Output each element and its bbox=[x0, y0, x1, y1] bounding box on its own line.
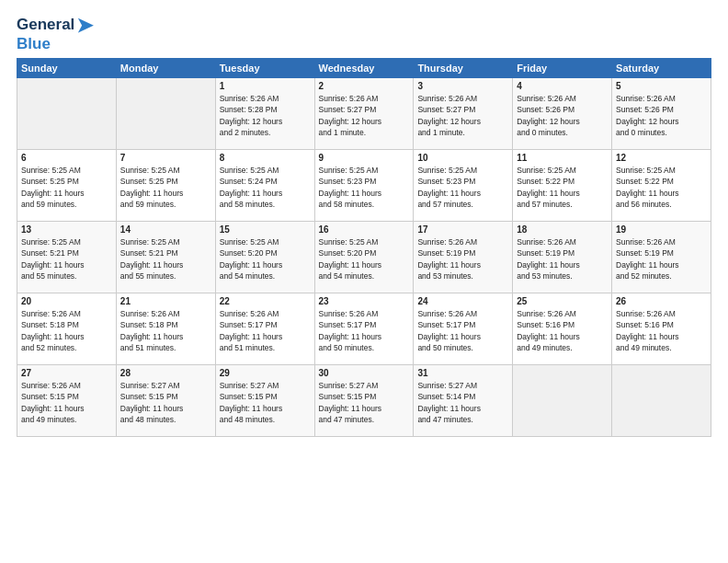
day-number: 3 bbox=[417, 81, 508, 91]
day-number: 12 bbox=[616, 153, 707, 163]
calendar-cell bbox=[17, 77, 117, 149]
day-number: 30 bbox=[319, 368, 410, 378]
day-number: 24 bbox=[417, 296, 508, 306]
calendar-cell: 20Sunrise: 5:26 AM Sunset: 5:18 PM Dayli… bbox=[17, 293, 117, 364]
day-info: Sunrise: 5:25 AM Sunset: 5:22 PM Dayligh… bbox=[616, 165, 707, 210]
calendar-cell: 11Sunrise: 5:25 AM Sunset: 5:22 PM Dayli… bbox=[513, 149, 612, 221]
day-number: 25 bbox=[517, 296, 608, 306]
calendar-week-5: 27Sunrise: 5:26 AM Sunset: 5:15 PM Dayli… bbox=[17, 364, 711, 436]
day-number: 8 bbox=[220, 153, 311, 163]
day-info: Sunrise: 5:25 AM Sunset: 5:23 PM Dayligh… bbox=[319, 165, 410, 210]
calendar-cell: 1Sunrise: 5:26 AM Sunset: 5:28 PM Daylig… bbox=[215, 77, 314, 149]
day-number: 4 bbox=[517, 81, 608, 91]
header-day-thursday: Thursday bbox=[414, 58, 513, 77]
calendar-cell: 10Sunrise: 5:25 AM Sunset: 5:23 PM Dayli… bbox=[414, 149, 513, 221]
day-number: 11 bbox=[517, 153, 608, 163]
calendar-week-2: 6Sunrise: 5:25 AM Sunset: 5:25 PM Daylig… bbox=[17, 149, 711, 221]
day-info: Sunrise: 5:26 AM Sunset: 5:19 PM Dayligh… bbox=[417, 236, 508, 282]
calendar-week-1: 1Sunrise: 5:26 AM Sunset: 5:28 PM Daylig… bbox=[17, 77, 711, 149]
header-day-friday: Friday bbox=[513, 58, 612, 77]
day-number: 2 bbox=[319, 81, 410, 91]
day-number: 7 bbox=[120, 153, 211, 163]
day-info: Sunrise: 5:26 AM Sunset: 5:28 PM Dayligh… bbox=[220, 93, 311, 138]
header-day-saturday: Saturday bbox=[612, 58, 711, 77]
day-info: Sunrise: 5:27 AM Sunset: 5:15 PM Dayligh… bbox=[319, 380, 410, 425]
calendar-cell: 26Sunrise: 5:26 AM Sunset: 5:16 PM Dayli… bbox=[612, 293, 711, 364]
logo-text: General➤ bbox=[17, 15, 93, 36]
page: General➤ Blue SundayMondayTuesdayWednesd… bbox=[0, 0, 728, 563]
calendar-cell: 8Sunrise: 5:25 AM Sunset: 5:24 PM Daylig… bbox=[215, 149, 314, 221]
day-number: 20 bbox=[21, 296, 112, 306]
calendar-cell: 17Sunrise: 5:26 AM Sunset: 5:19 PM Dayli… bbox=[414, 221, 513, 293]
logo: General➤ Blue bbox=[17, 15, 93, 52]
header: General➤ Blue bbox=[17, 15, 711, 52]
day-number: 27 bbox=[21, 368, 112, 378]
day-info: Sunrise: 5:26 AM Sunset: 5:26 PM Dayligh… bbox=[616, 93, 707, 138]
calendar-cell: 25Sunrise: 5:26 AM Sunset: 5:16 PM Dayli… bbox=[513, 293, 612, 364]
logo-blue: Blue bbox=[17, 36, 93, 52]
day-info: Sunrise: 5:26 AM Sunset: 5:17 PM Dayligh… bbox=[220, 308, 311, 353]
day-info: Sunrise: 5:26 AM Sunset: 5:16 PM Dayligh… bbox=[517, 308, 608, 353]
calendar-cell: 6Sunrise: 5:25 AM Sunset: 5:25 PM Daylig… bbox=[17, 149, 117, 221]
calendar-cell bbox=[612, 364, 711, 436]
day-info: Sunrise: 5:25 AM Sunset: 5:25 PM Dayligh… bbox=[120, 165, 211, 210]
calendar-cell bbox=[116, 77, 215, 149]
day-info: Sunrise: 5:26 AM Sunset: 5:18 PM Dayligh… bbox=[120, 308, 211, 353]
calendar-cell: 18Sunrise: 5:26 AM Sunset: 5:19 PM Dayli… bbox=[513, 221, 612, 293]
calendar-cell: 2Sunrise: 5:26 AM Sunset: 5:27 PM Daylig… bbox=[314, 77, 414, 149]
calendar-cell: 27Sunrise: 5:26 AM Sunset: 5:15 PM Dayli… bbox=[17, 364, 117, 436]
calendar-cell: 19Sunrise: 5:26 AM Sunset: 5:19 PM Dayli… bbox=[612, 221, 711, 293]
day-info: Sunrise: 5:25 AM Sunset: 5:25 PM Dayligh… bbox=[21, 165, 112, 210]
calendar-cell: 9Sunrise: 5:25 AM Sunset: 5:23 PM Daylig… bbox=[314, 149, 414, 221]
day-number: 28 bbox=[120, 368, 211, 378]
calendar-week-4: 20Sunrise: 5:26 AM Sunset: 5:18 PM Dayli… bbox=[17, 293, 711, 364]
day-number: 22 bbox=[220, 296, 311, 306]
day-info: Sunrise: 5:25 AM Sunset: 5:22 PM Dayligh… bbox=[517, 165, 608, 210]
calendar-cell: 24Sunrise: 5:26 AM Sunset: 5:17 PM Dayli… bbox=[414, 293, 513, 364]
calendar-table: SundayMondayTuesdayWednesdayThursdayFrid… bbox=[17, 58, 711, 437]
day-number: 14 bbox=[120, 224, 211, 235]
calendar-week-3: 13Sunrise: 5:25 AM Sunset: 5:21 PM Dayli… bbox=[17, 221, 711, 293]
day-info: Sunrise: 5:26 AM Sunset: 5:19 PM Dayligh… bbox=[616, 236, 707, 282]
day-number: 26 bbox=[616, 296, 707, 306]
day-number: 13 bbox=[21, 224, 112, 235]
calendar-cell: 29Sunrise: 5:27 AM Sunset: 5:15 PM Dayli… bbox=[215, 364, 314, 436]
calendar-cell: 7Sunrise: 5:25 AM Sunset: 5:25 PM Daylig… bbox=[116, 149, 215, 221]
day-number: 18 bbox=[517, 224, 608, 235]
calendar-cell: 23Sunrise: 5:26 AM Sunset: 5:17 PM Dayli… bbox=[314, 293, 414, 364]
day-number: 1 bbox=[220, 81, 311, 91]
calendar-cell: 4Sunrise: 5:26 AM Sunset: 5:26 PM Daylig… bbox=[513, 77, 612, 149]
day-number: 21 bbox=[120, 296, 211, 306]
day-number: 15 bbox=[220, 224, 311, 235]
calendar-cell: 16Sunrise: 5:25 AM Sunset: 5:20 PM Dayli… bbox=[314, 221, 414, 293]
day-number: 17 bbox=[417, 224, 508, 235]
calendar-cell: 22Sunrise: 5:26 AM Sunset: 5:17 PM Dayli… bbox=[215, 293, 314, 364]
calendar-cell: 31Sunrise: 5:27 AM Sunset: 5:14 PM Dayli… bbox=[414, 364, 513, 436]
header-day-sunday: Sunday bbox=[17, 58, 117, 77]
day-info: Sunrise: 5:26 AM Sunset: 5:18 PM Dayligh… bbox=[21, 308, 112, 353]
calendar-cell: 12Sunrise: 5:25 AM Sunset: 5:22 PM Dayli… bbox=[612, 149, 711, 221]
calendar-cell: 15Sunrise: 5:25 AM Sunset: 5:20 PM Dayli… bbox=[215, 221, 314, 293]
day-number: 9 bbox=[319, 153, 410, 163]
calendar-cell: 14Sunrise: 5:25 AM Sunset: 5:21 PM Dayli… bbox=[116, 221, 215, 293]
calendar-cell: 3Sunrise: 5:26 AM Sunset: 5:27 PM Daylig… bbox=[414, 77, 513, 149]
day-info: Sunrise: 5:25 AM Sunset: 5:20 PM Dayligh… bbox=[220, 236, 311, 282]
calendar-cell: 5Sunrise: 5:26 AM Sunset: 5:26 PM Daylig… bbox=[612, 77, 711, 149]
day-info: Sunrise: 5:26 AM Sunset: 5:17 PM Dayligh… bbox=[319, 308, 410, 353]
day-number: 16 bbox=[319, 224, 410, 235]
header-day-wednesday: Wednesday bbox=[314, 58, 414, 77]
header-day-monday: Monday bbox=[116, 58, 215, 77]
day-info: Sunrise: 5:26 AM Sunset: 5:27 PM Dayligh… bbox=[319, 93, 410, 138]
day-info: Sunrise: 5:25 AM Sunset: 5:24 PM Dayligh… bbox=[220, 165, 311, 210]
calendar-cell: 21Sunrise: 5:26 AM Sunset: 5:18 PM Dayli… bbox=[116, 293, 215, 364]
calendar-cell: 28Sunrise: 5:27 AM Sunset: 5:15 PM Dayli… bbox=[116, 364, 215, 436]
day-info: Sunrise: 5:26 AM Sunset: 5:17 PM Dayligh… bbox=[417, 308, 508, 353]
calendar-header-row: SundayMondayTuesdayWednesdayThursdayFrid… bbox=[17, 58, 711, 77]
day-info: Sunrise: 5:26 AM Sunset: 5:15 PM Dayligh… bbox=[21, 380, 112, 425]
day-number: 23 bbox=[319, 296, 410, 306]
calendar-cell: 30Sunrise: 5:27 AM Sunset: 5:15 PM Dayli… bbox=[314, 364, 414, 436]
day-info: Sunrise: 5:27 AM Sunset: 5:14 PM Dayligh… bbox=[417, 380, 508, 425]
day-number: 5 bbox=[616, 81, 707, 91]
day-info: Sunrise: 5:26 AM Sunset: 5:19 PM Dayligh… bbox=[517, 236, 608, 282]
day-number: 10 bbox=[417, 153, 508, 163]
